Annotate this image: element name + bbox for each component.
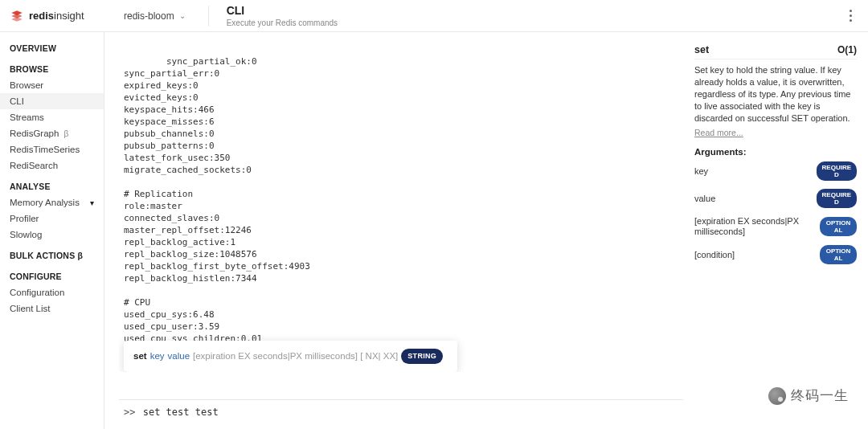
sidebar-item-streams[interactable]: Streams	[0, 109, 104, 125]
info-complexity: O(1)	[837, 44, 857, 55]
page-subtitle: Execute your Redis commands	[227, 18, 338, 27]
sidebar-item-label: Client List	[10, 304, 51, 313]
required-badge: REQUIRED	[817, 189, 857, 208]
command-info-panel: set O(1) Set key to hold the string valu…	[694, 43, 857, 421]
info-command-name: set	[694, 44, 709, 55]
cli-output: sync_partial_ok:0 sync_partial_err:0 exp…	[119, 43, 683, 372]
sidebar: OVERVIEWBROWSEBrowserCLIStreamsRedisGrap…	[0, 32, 104, 429]
sidebar-item-profiler[interactable]: Profiler	[0, 210, 104, 227]
more-menu-button[interactable]	[842, 5, 858, 27]
sidebar-item-label: Memory Analysis	[10, 198, 80, 207]
argument-name: value	[694, 194, 715, 204]
argument-row: [expiration EX seconds|PX milliseconds]O…	[694, 216, 857, 237]
sidebar-item-memory-analysis[interactable]: Memory Analysis▾	[0, 194, 104, 210]
sidebar-heading: BULK ACTIONS β	[0, 247, 104, 264]
cli-input-row[interactable]: >>	[119, 399, 683, 421]
argument-row: valueREQUIRED	[694, 189, 857, 208]
argument-name: [expiration EX seconds|PX milliseconds]	[694, 216, 815, 237]
sidebar-item-redisgraph[interactable]: RedisGraph β	[0, 125, 104, 141]
optional-badge: OPTIONAL	[820, 245, 857, 264]
app-logo[interactable]: redisinsight	[10, 9, 104, 23]
app-name: redisinsight	[29, 10, 84, 22]
sidebar-item-label: RediSearch	[10, 161, 58, 170]
redis-logo-icon	[10, 9, 24, 23]
read-more-link[interactable]: Read more...	[694, 128, 743, 137]
sidebar-heading: BROWSE	[0, 61, 104, 77]
command-hint-popover: set key value [expiration EX seconds|PX …	[124, 341, 457, 372]
type-badge: STRING	[401, 349, 443, 364]
optional-badge: OPTIONAL	[820, 217, 857, 236]
database-selector[interactable]: redis-bloom ⌄	[104, 10, 205, 22]
chevron-down-icon: ⌄	[179, 11, 186, 20]
sidebar-item-client-list[interactable]: Client List	[0, 300, 104, 317]
sidebar-item-label: RedisTimeSeries	[10, 145, 80, 154]
cli-pane: sync_partial_ok:0 sync_partial_err:0 exp…	[119, 43, 683, 421]
sidebar-item-redistimeseries[interactable]: RedisTimeSeries	[0, 141, 104, 157]
sidebar-item-configuration[interactable]: Configuration	[0, 284, 104, 300]
sidebar-item-label: Slowlog	[10, 230, 42, 239]
sidebar-item-label: Streams	[10, 112, 44, 122]
sidebar-item-cli[interactable]: CLI	[0, 93, 104, 109]
sidebar-item-browser[interactable]: Browser	[0, 77, 104, 93]
argument-row: [condition]OPTIONAL	[694, 245, 857, 264]
arguments-heading: Arguments:	[694, 147, 857, 157]
argument-name: key	[694, 166, 708, 177]
sidebar-item-label: Browser	[10, 80, 43, 90]
page-title: CLI	[227, 4, 338, 17]
required-badge: REQUIRED	[817, 161, 857, 181]
argument-name: [condition]	[694, 250, 735, 260]
sidebar-item-redisearch[interactable]: RediSearch	[0, 157, 104, 174]
argument-row: keyREQUIRED	[694, 161, 857, 181]
cli-input[interactable]	[143, 407, 678, 418]
sidebar-item-label: RedisGraph β	[10, 129, 68, 138]
sidebar-item-slowlog[interactable]: Slowlog	[0, 227, 104, 243]
sidebar-heading: ANALYSE	[0, 178, 104, 194]
cli-prompt: >>	[124, 407, 135, 418]
sidebar-heading: CONFIGURE	[0, 268, 104, 284]
sidebar-item-label: Profiler	[10, 214, 39, 223]
caret-down-icon: ▾	[90, 198, 94, 207]
sidebar-item-label: CLI	[10, 96, 24, 106]
sidebar-heading: OVERVIEW	[0, 40, 104, 56]
info-description: Set key to hold the string value. If key…	[694, 64, 857, 125]
sidebar-item-label: Configuration	[10, 288, 64, 297]
